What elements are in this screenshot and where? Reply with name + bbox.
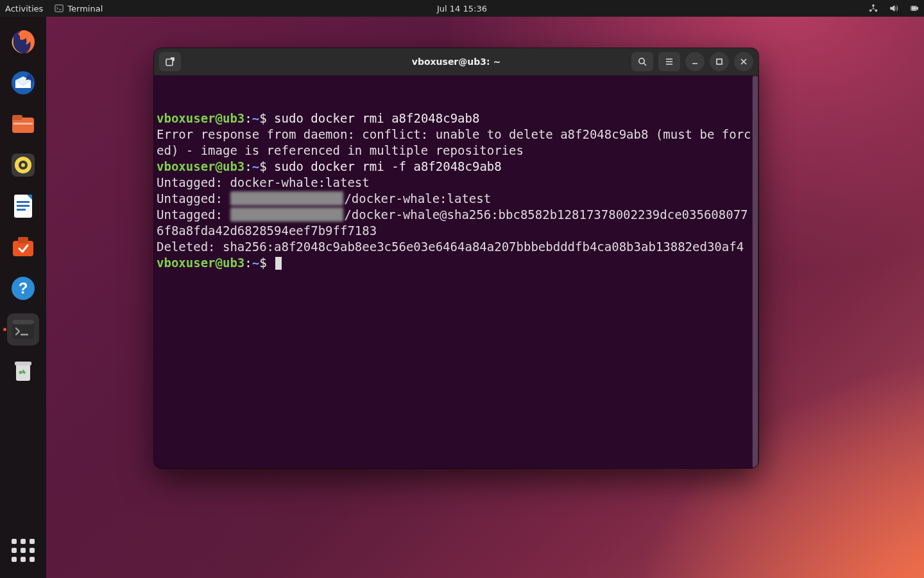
redacted-text bbox=[230, 207, 343, 222]
terminal-window: vboxuser@ub3: ~ vboxuser@ub3:~$ sudo doc… bbox=[154, 48, 758, 468]
svg-rect-6 bbox=[912, 7, 916, 10]
dock-files[interactable] bbox=[7, 108, 39, 140]
svg-rect-17 bbox=[17, 201, 30, 203]
network-wired-icon bbox=[869, 4, 878, 13]
topbar-app-indicator[interactable]: Terminal bbox=[55, 4, 103, 13]
terminal-output-line: Error response from daemon: conflict: un… bbox=[157, 127, 755, 159]
terminal-scrollbar[interactable] bbox=[752, 76, 758, 468]
close-button[interactable] bbox=[734, 52, 753, 71]
battery-icon bbox=[910, 4, 919, 13]
search-button[interactable] bbox=[631, 52, 653, 71]
dock-firefox[interactable] bbox=[7, 26, 39, 58]
terminal-output-line: Untagged: /docker-whale:latest bbox=[157, 191, 755, 207]
menu-button[interactable] bbox=[658, 52, 680, 71]
svg-rect-29 bbox=[166, 59, 173, 66]
dock: ? bbox=[0, 17, 46, 578]
svg-rect-0 bbox=[55, 5, 63, 12]
top-bar: Activities Terminal Jul 14 15:36 bbox=[0, 0, 924, 17]
volume-icon bbox=[889, 4, 898, 13]
terminal-output-line: Deleted: sha256:a8f2048c9ab8ee3c56e03e64… bbox=[157, 239, 755, 255]
clock[interactable]: Jul 14 15:36 bbox=[437, 4, 487, 13]
dock-thunderbird[interactable] bbox=[7, 67, 39, 99]
svg-rect-5 bbox=[917, 7, 918, 10]
terminal-title: vboxuser@ub3: ~ bbox=[412, 57, 501, 67]
activities-button[interactable]: Activities bbox=[5, 4, 43, 13]
svg-point-28 bbox=[19, 371, 22, 374]
dock-rhythmbox[interactable] bbox=[7, 149, 39, 181]
svg-rect-25 bbox=[12, 320, 34, 324]
svg-point-15 bbox=[21, 163, 25, 167]
show-applications-button[interactable] bbox=[7, 534, 39, 566]
svg-point-1 bbox=[873, 4, 875, 6]
dock-terminal[interactable] bbox=[7, 313, 39, 346]
maximize-button[interactable] bbox=[710, 52, 729, 71]
svg-rect-19 bbox=[17, 209, 26, 211]
cursor bbox=[275, 257, 282, 270]
new-tab-button[interactable] bbox=[159, 52, 181, 71]
dock-libreoffice-writer[interactable] bbox=[7, 190, 39, 222]
svg-rect-21 bbox=[18, 237, 28, 243]
redacted-text bbox=[230, 191, 343, 206]
svg-rect-31 bbox=[717, 59, 722, 64]
svg-rect-18 bbox=[17, 205, 30, 207]
minimize-button[interactable] bbox=[685, 52, 705, 71]
topbar-app-label: Terminal bbox=[67, 4, 103, 13]
terminal-titlebar[interactable]: vboxuser@ub3: ~ bbox=[154, 48, 758, 76]
terminal-command-line: vboxuser@ub3:~$ bbox=[157, 255, 755, 271]
svg-point-30 bbox=[639, 58, 644, 64]
svg-text:?: ? bbox=[19, 279, 28, 297]
activities-label: Activities bbox=[5, 4, 43, 13]
terminal-icon bbox=[55, 4, 64, 13]
clock-label: Jul 14 15:36 bbox=[437, 4, 487, 13]
terminal-command-line: vboxuser@ub3:~$ sudo docker rmi a8f2048c… bbox=[157, 110, 755, 127]
dock-trash[interactable] bbox=[7, 355, 39, 387]
dock-help[interactable]: ? bbox=[7, 272, 39, 304]
dock-ubuntu-software[interactable] bbox=[7, 231, 39, 263]
svg-rect-27 bbox=[15, 362, 31, 365]
terminal-content[interactable]: vboxuser@ub3:~$ sudo docker rmi a8f2048c… bbox=[154, 76, 758, 468]
terminal-command-line: vboxuser@ub3:~$ sudo docker rmi -f a8f20… bbox=[157, 159, 755, 175]
svg-rect-11 bbox=[13, 123, 33, 125]
svg-rect-10 bbox=[12, 115, 22, 120]
system-status-area[interactable] bbox=[869, 4, 919, 13]
terminal-output-line: Untagged: /docker-whale@sha256:bbc8582b1… bbox=[157, 207, 755, 239]
terminal-output-line: Untagged: docker-whale:latest bbox=[157, 175, 755, 191]
